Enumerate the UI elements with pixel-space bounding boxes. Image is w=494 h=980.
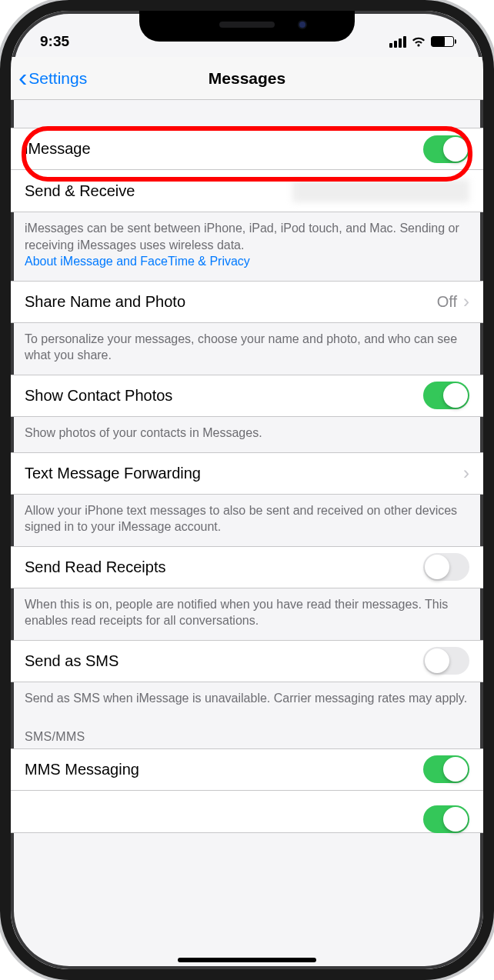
section-sms-mms: SMS/MMS <box>11 718 483 748</box>
wifi-icon <box>411 36 426 48</box>
row-peek-next[interactable] <box>11 791 483 833</box>
row-send-sms[interactable]: Send as SMS <box>11 640 483 682</box>
row-mms[interactable]: MMS Messaging <box>11 748 483 791</box>
chevron-right-icon: › <box>463 291 469 312</box>
notch <box>139 11 355 42</box>
toggle-imessage[interactable] <box>423 135 469 163</box>
footer-contact-photos: Show photos of your contacts in Messages… <box>11 417 483 452</box>
toggle-peek[interactable] <box>423 805 469 833</box>
row-mms-label: MMS Messaging <box>25 761 423 778</box>
status-time: 9:35 <box>40 33 69 50</box>
row-contact-photos[interactable]: Show Contact Photos <box>11 375 483 417</box>
row-send-receive-label: Send & Receive <box>25 182 292 200</box>
toggle-send-sms[interactable] <box>423 647 469 675</box>
row-send-sms-label: Send as SMS <box>25 652 423 670</box>
footer-share-name: To personalize your messages, choose you… <box>11 323 483 375</box>
toggle-read-receipts[interactable] <box>423 553 469 581</box>
nav-bar: ‹ Settings Messages <box>11 57 483 100</box>
row-forwarding-label: Text Message Forwarding <box>25 465 463 482</box>
row-imessage-label: iMessage <box>25 140 423 158</box>
row-read-receipts-label: Send Read Receipts <box>25 558 423 576</box>
back-label: Settings <box>28 69 87 88</box>
row-read-receipts[interactable]: Send Read Receipts <box>11 546 483 588</box>
home-indicator[interactable] <box>178 958 316 962</box>
row-send-receive[interactable]: Send & Receive <box>11 170 483 212</box>
row-share-name-value: Off <box>437 293 457 311</box>
footer-read-receipts: When this is on, people are notified whe… <box>11 588 483 640</box>
back-button[interactable]: ‹ Settings <box>18 67 87 90</box>
page-title: Messages <box>209 69 285 88</box>
toggle-contact-photos[interactable] <box>423 382 469 409</box>
footer-imessage: iMessages can be sent between iPhone, iP… <box>11 212 483 281</box>
footer-forwarding: Allow your iPhone text messages to also … <box>11 495 483 546</box>
row-imessage[interactable]: iMessage <box>11 128 483 170</box>
battery-icon <box>431 36 454 47</box>
link-privacy[interactable]: About iMessage and FaceTime & Privacy <box>25 255 250 268</box>
iphone-frame: 9:35 ‹ Settings Messages iMessage Send &… <box>0 0 494 980</box>
settings-scroll[interactable]: iMessage Send & Receive iMessages can be… <box>11 100 483 969</box>
row-forwarding[interactable]: Text Message Forwarding › <box>11 452 483 495</box>
row-share-name[interactable]: Share Name and Photo Off › <box>11 281 483 323</box>
row-share-name-label: Share Name and Photo <box>25 293 437 311</box>
footer-send-sms: Send as SMS when iMessage is unavailable… <box>11 682 483 718</box>
chevron-right-icon: › <box>463 462 469 484</box>
redacted-value <box>292 179 469 202</box>
cellular-icon <box>389 36 406 48</box>
toggle-mms[interactable] <box>423 755 469 783</box>
chevron-left-icon: ‹ <box>18 64 27 90</box>
row-contact-photos-label: Show Contact Photos <box>25 387 423 405</box>
